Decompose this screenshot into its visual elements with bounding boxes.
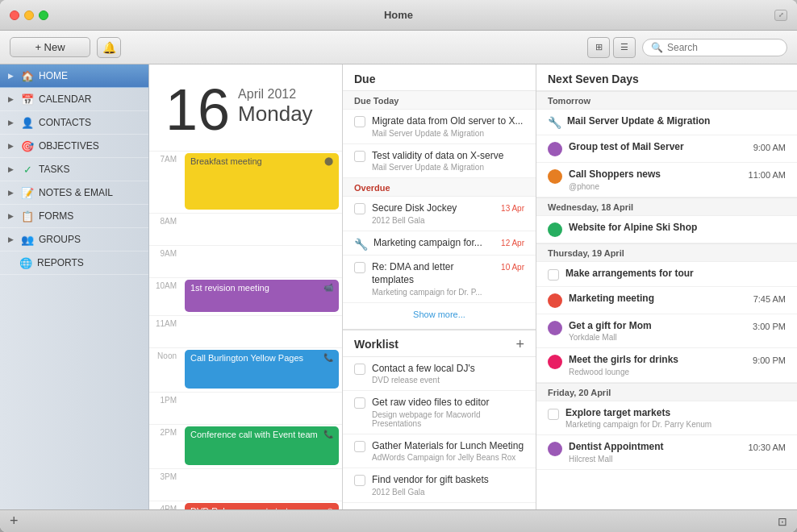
time-content: [182, 316, 342, 347]
due-item-body: Gather Materials for Lunch Meeting AdWor…: [372, 440, 524, 463]
thursday-header: Thursday, 19 April: [536, 243, 797, 262]
titlebar-controls: ⤢: [774, 10, 787, 21]
forms-icon: 📋: [21, 210, 34, 222]
time-content: Breakfast meeting ⬤: [182, 152, 342, 213]
next-item-checkbox[interactable]: [548, 269, 559, 281]
event-icon: ⬤: [324, 156, 333, 166]
next-item-dentist[interactable]: Dentist Appointment Hilcrest Mall 10:30 …: [536, 435, 797, 470]
due-item-sub: 2012 Bell Gala: [372, 488, 524, 497]
next-item-sub: Hilcrest Mall: [569, 455, 742, 463]
maximize-button[interactable]: [39, 10, 48, 20]
worklist-add-button[interactable]: +: [515, 337, 524, 351]
event-title: 1st revision meeting: [190, 283, 269, 293]
due-checkbox[interactable]: [354, 364, 365, 375]
search-box[interactable]: 🔍: [642, 39, 787, 56]
due-checkbox[interactable]: [354, 262, 365, 273]
due-item-sub: DVD release event: [372, 376, 524, 384]
due-item-body: Find vendor for gift baskets 2012 Bell G…: [372, 474, 524, 497]
time-label: 1PM: [149, 393, 182, 424]
sidebar-item-home[interactable]: ▶ 🏠 HOME: [0, 64, 148, 88]
next-item-sub: @phone: [569, 182, 742, 191]
due-item-body: Contact a few local DJ's DVD release eve…: [372, 363, 524, 385]
due-checkbox[interactable]: [354, 151, 365, 162]
sidebar-item-forms[interactable]: ▶ 📋 FORMS: [0, 205, 148, 228]
due-checkbox[interactable]: [354, 441, 365, 452]
groups-icon: 👥: [21, 233, 34, 246]
next-item-girls-drinks[interactable]: Meet the girls for drinks Redwood lounge…: [536, 348, 797, 383]
time-label: 2PM: [149, 425, 182, 468]
sidebar-item-groups[interactable]: ▶ 👥 GROUPS: [0, 228, 148, 251]
next-item-alpine[interactable]: Website for Alpine Ski Shop: [536, 216, 797, 243]
event-breakfast[interactable]: Breakfast meeting ⬤: [185, 153, 339, 210]
time-row-11am: 11AM: [149, 315, 342, 347]
next-item-body: Group test of Mail Server: [569, 141, 747, 154]
due-item-title: Secure Disk Jockey: [372, 202, 494, 215]
next-item-arrangements[interactable]: Make arrangements for tour: [536, 262, 797, 287]
next-seven-panel: Next Seven Days Tomorrow 🔧 Mail Server U…: [536, 64, 797, 509]
show-more-link[interactable]: Show more...: [343, 303, 536, 326]
due-item-body: Secure Disk Jockey 2012 Bell Gala: [372, 202, 494, 225]
due-item-2[interactable]: Test validity of data on X-serve Mail Se…: [343, 144, 536, 179]
search-input[interactable]: [667, 42, 778, 53]
fullscreen-button[interactable]: ⤢: [774, 10, 787, 21]
friday-header: Friday, 20 April: [536, 383, 797, 401]
event-dvd[interactable]: DVD Release event starts ⊗: [185, 503, 339, 509]
due-panel-header: Due: [343, 64, 536, 91]
event-burlington[interactable]: Call Burlington Yellow Pages 📞: [185, 350, 339, 389]
next-item-marketing-meeting[interactable]: Marketing meeting 7:45 AM: [536, 287, 797, 314]
due-item-1[interactable]: Migrate data from Old server to X... Mai…: [343, 110, 536, 144]
due-item-body: Migrate data from Old server to X... Mai…: [372, 115, 524, 138]
sidebar-item-tasks[interactable]: ▶ ✓ TASKS: [0, 158, 148, 181]
next-item-call-shoppers[interactable]: Call Shoppers news @phone 11:00 AM: [536, 163, 797, 197]
overdue-header: Overdue: [343, 178, 536, 197]
add-button[interactable]: +: [10, 513, 19, 530]
wednesday-header: Wednesday, 18 April: [536, 197, 797, 216]
chevron-icon: ▶: [8, 235, 16, 243]
worklist-item-4[interactable]: Find vendor for gift baskets 2012 Bell G…: [343, 468, 536, 503]
worklist-item-1[interactable]: Contact a few local DJ's DVD release eve…: [343, 357, 536, 392]
due-checkbox[interactable]: [354, 475, 365, 486]
event-revision[interactable]: 1st revision meeting 📹: [185, 280, 339, 312]
app-window: Home ⤢ + New 🔔 ⊞ ☰ 🔍 ▶ 🏠: [0, 0, 797, 532]
overdue-item-3[interactable]: Re: DMA and letter templates Marketing c…: [343, 256, 536, 302]
circle-icon-red: [548, 293, 562, 308]
new-button[interactable]: + New: [10, 37, 90, 57]
list-view-button[interactable]: ☰: [613, 37, 636, 58]
sidebar-item-reports[interactable]: 🌐 REPORTS: [0, 251, 148, 275]
next-item-gift-mom[interactable]: Get a gift for Mom Yorkdale Mall 3:00 PM: [536, 314, 797, 349]
close-button[interactable]: [10, 10, 19, 20]
grid-view-button[interactable]: ⊞: [587, 37, 610, 58]
circle-icon-purple: [548, 142, 562, 156]
next-item-checkbox[interactable]: [548, 409, 559, 420]
phone-icon: 📞: [323, 353, 333, 362]
due-date: 10 Apr: [501, 261, 524, 272]
time-label: 3PM: [149, 469, 182, 501]
due-item-title: Find vendor for gift baskets: [372, 474, 524, 487]
overdue-item-2[interactable]: 🔧 Marketing campaign for... 12 Apr: [343, 231, 536, 256]
view-buttons: ⊞ ☰: [587, 37, 636, 58]
due-item-title: Re: DMA and letter templates: [372, 261, 494, 286]
time-row-7am: 7AM Breakfast meeting ⬤: [149, 151, 342, 213]
sidebar-item-contacts[interactable]: ▶ 👤 CONTACTS: [0, 111, 148, 135]
overdue-item-1[interactable]: Secure Disk Jockey 2012 Bell Gala 13 Apr: [343, 197, 536, 231]
date-month-year: April 2012: [238, 87, 313, 102]
sidebar-item-calendar[interactable]: ▶ 📅 CALENDAR: [0, 88, 148, 111]
chevron-icon: ▶: [8, 118, 16, 127]
sidebar-item-objectives[interactable]: ▶ 🎯 OBJECTIVES: [0, 135, 148, 158]
notification-button[interactable]: 🔔: [97, 37, 121, 58]
worklist-item-3[interactable]: Gather Materials for Lunch Meeting AdWor…: [343, 434, 536, 469]
next-item-mail-migration[interactable]: 🔧 Mail Server Update & Migration: [536, 110, 797, 135]
chevron-icon: ▶: [8, 212, 16, 220]
navigate-button[interactable]: ⊡: [778, 515, 787, 528]
sidebar-item-notes[interactable]: ▶ 📝 NOTES & EMAIL: [0, 181, 148, 205]
due-checkbox[interactable]: [354, 203, 365, 214]
due-checkbox[interactable]: [354, 397, 365, 409]
next-item-group-test[interactable]: Group test of Mail Server 9:00 AM: [536, 135, 797, 163]
worklist-item-2[interactable]: Get raw video files to editor Design web…: [343, 391, 536, 434]
sidebar-label-objectives: OBJECTIVES: [39, 140, 99, 152]
event-conference[interactable]: Conference call with Event team 📞: [185, 426, 339, 465]
due-checkbox[interactable]: [354, 116, 365, 127]
minimize-button[interactable]: [24, 10, 34, 20]
chevron-icon: ▶: [8, 142, 16, 150]
next-item-explore-markets[interactable]: Explore target markets Marketing campaig…: [536, 401, 797, 436]
